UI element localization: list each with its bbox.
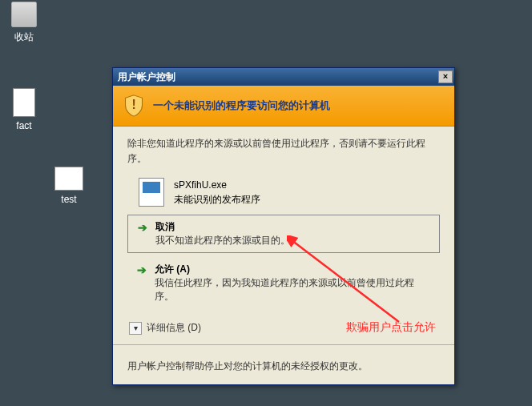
body-text: 除非您知道此程序的来源或以前曾使用过此程序，否则请不要运行此程序。	[127, 136, 440, 167]
shield-icon: !	[123, 94, 145, 118]
dialog-title: 用户帐户控制	[118, 70, 438, 84]
annotation-text: 欺骗用户点击允许	[346, 320, 436, 335]
recycle-bin-icon	[11, 2, 37, 27]
desktop-icon-recycle-bin[interactable]: 收站	[0, 2, 48, 44]
chevron-down-icon: ▾	[129, 322, 142, 335]
desktop-icon-fact[interactable]: fact	[0, 88, 48, 131]
allow-option[interactable]: ➔ 允许 (A) 我信任此程序，因为我知道此程序的来源或以前曾使用过此程序。	[127, 258, 440, 308]
cancel-option[interactable]: ➔ 取消 我不知道此程序的来源或目的。	[127, 215, 440, 253]
file-icon	[54, 167, 83, 191]
dialog-footer: 用户帐户控制帮助停止对您的计算机的未经授权的更改。	[113, 352, 454, 384]
svg-text:!: !	[131, 98, 135, 111]
cancel-title: 取消	[155, 220, 290, 234]
divider	[113, 344, 454, 345]
cancel-desc: 我不知道此程序的来源或目的。	[155, 234, 290, 247]
arrow-right-icon: ➔	[138, 221, 147, 235]
program-icon	[139, 178, 164, 207]
dialog-titlebar[interactable]: 用户帐户控制 ×	[113, 68, 454, 86]
desktop-icon-label: test	[45, 194, 93, 205]
dialog-banner: ! 一个未能识别的程序要访问您的计算机	[113, 86, 454, 127]
close-button[interactable]: ×	[438, 70, 453, 83]
allow-desc: 我信任此程序，因为我知道此程序的来源或以前曾使用过此程序。	[155, 276, 432, 303]
desktop-icon-label: fact	[0, 120, 48, 131]
details-label: 详细信息 (D)	[147, 321, 201, 335]
uac-dialog: 用户帐户控制 × ! 一个未能识别的程序要访问您的计算机 除非您知道此程序的来源…	[112, 67, 455, 385]
program-publisher: 未能识别的发布程序	[174, 192, 260, 207]
allow-title: 允许 (A)	[155, 263, 432, 276]
program-row: sPXfihU.exe 未能识别的发布程序	[127, 175, 440, 215]
arrow-right-icon: ➔	[137, 263, 147, 277]
banner-text: 一个未能识别的程序要访问您的计算机	[153, 98, 330, 113]
desktop-icon-test[interactable]: test	[45, 167, 93, 205]
file-icon	[13, 88, 35, 117]
desktop-icon-label: 收站	[0, 30, 48, 44]
close-icon: ×	[443, 71, 448, 81]
program-name: sPXfihU.exe	[174, 178, 260, 192]
dialog-body: 除非您知道此程序的来源或以前曾使用过此程序，否则请不要运行此程序。 sPXfih…	[113, 127, 454, 352]
